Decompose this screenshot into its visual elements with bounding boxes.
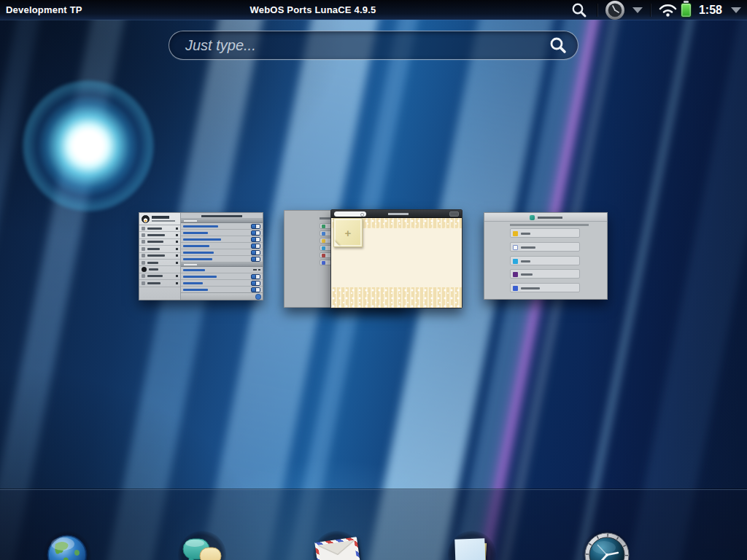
memos-icon[interactable]: [452, 538, 492, 560]
status-bar: Development TP WebOS Ports LunaCE 4.9.5: [0, 0, 747, 20]
card-memos-thumbnail[interactable]: +: [330, 209, 462, 308]
dock-bar: [0, 489, 747, 560]
battery-icon: [681, 2, 692, 18]
gear-icon: [256, 295, 260, 299]
clock-icon[interactable]: [584, 532, 630, 560]
wifi-icon: [658, 2, 678, 18]
dropdown-arrow-icon: [731, 7, 741, 13]
thumbnail-sidebar: [139, 213, 181, 300]
memos-header: [331, 210, 462, 218]
card-settings-thumbnail[interactable]: [139, 212, 263, 300]
thumbnail-settings-panel: [181, 213, 263, 300]
os-version-label: WebOS Ports LunaCE 4.9.5: [0, 4, 626, 15]
accounts-titlebar: [484, 213, 607, 222]
new-memo-button: [449, 211, 459, 217]
system-menu[interactable]: 1:58: [651, 2, 747, 18]
touch-ripple-glow: [23, 80, 154, 211]
search-placeholder: Just type...: [185, 37, 256, 54]
memo-search-field: [334, 211, 366, 217]
search-icon: [549, 36, 568, 55]
new-memo-note: +: [333, 218, 363, 247]
accounts-app-icon: [530, 215, 535, 220]
memos-title: [388, 213, 409, 215]
dropdown-arrow-icon: [632, 7, 643, 13]
tux-app-icon: [142, 215, 150, 223]
clock-time: 1:58: [699, 4, 722, 17]
web-browser-icon[interactable]: [46, 534, 88, 560]
messaging-icon[interactable]: [180, 534, 225, 560]
email-icon[interactable]: [317, 540, 359, 560]
just-type-search-input[interactable]: Just type...: [169, 31, 578, 60]
webos-card-view: Development TP WebOS Ports LunaCE 4.9.5: [0, 0, 747, 560]
card-accounts-thumbnail[interactable]: [484, 212, 608, 300]
